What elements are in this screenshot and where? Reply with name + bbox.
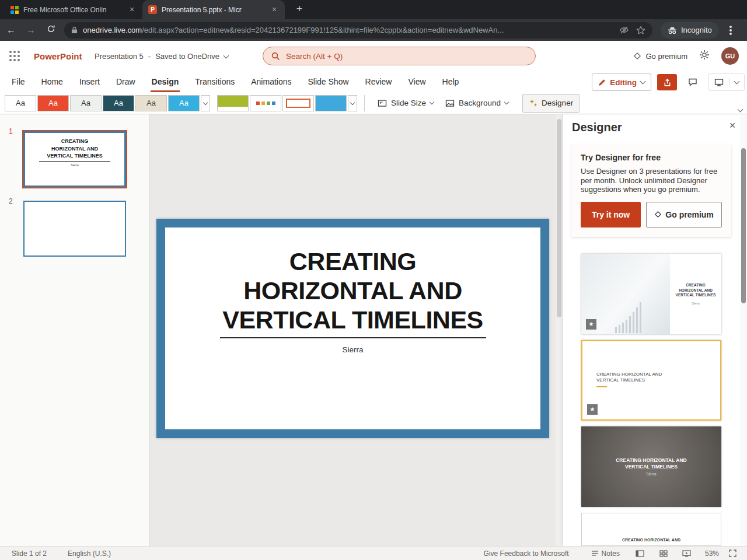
app-header: PowerPoint Presentation 5 - Saved to One… bbox=[0, 41, 747, 71]
slide-canvas[interactable]: CREATING HORIZONTAL AND VERTICAL TIMELIN… bbox=[156, 219, 549, 438]
theme-swatch[interactable]: Aa bbox=[5, 95, 36, 111]
canvas-scrollbar[interactable] bbox=[556, 114, 563, 546]
menu-slide-show[interactable]: Slide Show bbox=[300, 71, 357, 92]
app-launcher-icon[interactable] bbox=[8, 50, 21, 65]
go-premium-button[interactable]: Go premium bbox=[633, 52, 687, 61]
search-input[interactable]: Search (Alt + Q) bbox=[263, 47, 536, 65]
tab-close-icon[interactable]: × bbox=[270, 5, 279, 15]
slide-size-icon bbox=[378, 99, 387, 107]
incognito-icon bbox=[668, 26, 677, 34]
slideshow-view-button[interactable] bbox=[679, 550, 694, 557]
variant-swatch[interactable] bbox=[217, 95, 249, 111]
slide-thumbnails-panel: 1 CREATING HORIZONTAL AND VERTICAL TIMEL… bbox=[0, 114, 149, 546]
browser-tab-presentation[interactable]: P Presentation 5.pptx - Micr × bbox=[142, 0, 285, 19]
theme-swatch[interactable]: Aa bbox=[70, 95, 102, 111]
menu-design[interactable]: Design bbox=[144, 71, 187, 92]
avatar[interactable]: GU bbox=[721, 47, 739, 65]
variant-swatch[interactable] bbox=[250, 95, 281, 111]
try-it-now-button[interactable]: Try it now bbox=[581, 202, 641, 228]
menu-review[interactable]: Review bbox=[357, 71, 400, 92]
menu-transitions[interactable]: Transitions bbox=[187, 71, 243, 92]
share-button[interactable] bbox=[657, 74, 677, 90]
menu-insert[interactable]: Insert bbox=[71, 71, 108, 92]
editing-mode-button[interactable]: Editing bbox=[592, 74, 651, 91]
slide-2-thumbnail[interactable] bbox=[23, 201, 126, 257]
tab-close-icon[interactable]: × bbox=[127, 5, 137, 15]
theme-gallery-expand-button[interactable] bbox=[201, 95, 210, 111]
theme-swatch[interactable]: Aa bbox=[168, 95, 200, 111]
menu-bar: File Home Insert Draw Design Transitions… bbox=[0, 71, 747, 92]
theme-swatch[interactable]: Aa bbox=[37, 95, 69, 111]
powerpoint-favicon-icon: P bbox=[148, 5, 157, 14]
chevron-down-icon bbox=[224, 52, 229, 58]
format-background-button[interactable]: Background bbox=[439, 94, 514, 112]
back-icon[interactable]: ← bbox=[2, 25, 20, 36]
menu-home[interactable]: Home bbox=[33, 71, 71, 92]
settings-gear-icon[interactable] bbox=[699, 50, 710, 62]
reload-icon[interactable] bbox=[42, 24, 60, 36]
notes-toggle[interactable]: Notes bbox=[591, 550, 620, 558]
status-bar: Slide 1 of 2 English (U.S.) Give Feedbac… bbox=[0, 546, 747, 560]
variant-swatch[interactable] bbox=[282, 95, 314, 111]
collapse-ribbon-icon[interactable] bbox=[738, 107, 743, 113]
promo-heading: Try Designer for free bbox=[581, 153, 722, 162]
comments-button[interactable] bbox=[683, 74, 703, 90]
language-selector[interactable]: English (U.S.) bbox=[68, 550, 111, 558]
slide-1-thumbnail[interactable]: CREATING HORIZONTAL AND VERTICAL TIMELIN… bbox=[22, 130, 127, 188]
slide-size-button[interactable]: Slide Size bbox=[372, 94, 439, 112]
menu-view[interactable]: View bbox=[400, 71, 434, 92]
notes-icon bbox=[591, 550, 599, 556]
menu-draw[interactable]: Draw bbox=[108, 71, 144, 92]
background-icon bbox=[445, 99, 455, 107]
go-premium-button[interactable]: Go premium bbox=[646, 202, 722, 228]
give-feedback-button[interactable]: Give Feedback to Microsoft bbox=[484, 550, 569, 558]
bookmark-star-icon[interactable] bbox=[636, 26, 645, 35]
address-bar[interactable]: onedrive.live.com/edit.aspx?action=editn… bbox=[64, 22, 652, 38]
menu-file[interactable]: File bbox=[4, 71, 33, 92]
design-suggestion-4[interactable]: CREATING HORIZONTAL AND bbox=[581, 513, 721, 546]
new-tab-button[interactable]: + bbox=[293, 3, 306, 15]
editing-canvas: CREATING HORIZONTAL AND VERTICAL TIMELIN… bbox=[149, 114, 563, 546]
theme-swatch[interactable]: Aa bbox=[103, 95, 134, 111]
designer-button[interactable]: Designer bbox=[522, 94, 580, 113]
promo-body: Use Designer on 3 presentations for free… bbox=[581, 167, 722, 194]
designer-pane-scrollbar[interactable] bbox=[740, 114, 747, 546]
saved-status[interactable]: Saved to OneDrive bbox=[155, 52, 219, 61]
chevron-down-icon[interactable] bbox=[734, 79, 740, 85]
variant-swatch[interactable] bbox=[315, 95, 347, 111]
slide-title-textbox[interactable]: CREATING HORIZONTAL AND VERTICAL TIMELIN… bbox=[165, 247, 540, 334]
present-display-icon bbox=[714, 78, 724, 87]
search-placeholder: Search (Alt + Q) bbox=[286, 52, 343, 61]
present-button[interactable] bbox=[708, 74, 745, 91]
eye-off-icon[interactable] bbox=[619, 25, 629, 35]
premium-star-badge-icon: ★ bbox=[587, 404, 598, 415]
menu-help[interactable]: Help bbox=[434, 71, 467, 92]
normal-view-button[interactable] bbox=[633, 550, 648, 557]
browser-tab-office[interactable]: Free Microsoft Office Onlin × bbox=[5, 0, 142, 19]
slide-subtitle-textbox[interactable]: Sierra bbox=[165, 345, 540, 354]
designer-sparkle-icon bbox=[529, 99, 537, 107]
theme-swatch[interactable]: Aa bbox=[135, 95, 167, 111]
forward-icon[interactable]: → bbox=[22, 25, 40, 36]
design-suggestion-1[interactable]: CREATING HORIZONTAL AND VERTICAL TIMELIN… bbox=[581, 254, 721, 334]
slide-sorter-view-button[interactable] bbox=[656, 550, 671, 557]
fit-to-window-icon[interactable] bbox=[725, 550, 740, 557]
document-title[interactable]: Presentation 5 bbox=[95, 52, 144, 61]
zoom-level[interactable]: 53% bbox=[705, 550, 719, 558]
close-icon[interactable]: × bbox=[726, 119, 739, 132]
comment-icon bbox=[688, 78, 697, 87]
design-suggestion-3[interactable]: CREATING HORIZONTAL AND VERTICAL TIMELIN… bbox=[581, 426, 721, 507]
browser-toolbar: ← → onedrive.live.com/edit.aspx?action=e… bbox=[0, 19, 747, 41]
menu-animations[interactable]: Animations bbox=[243, 71, 299, 92]
slide-counter: Slide 1 of 2 bbox=[12, 550, 47, 558]
incognito-label: Incognito bbox=[681, 26, 712, 34]
document-info: Presentation 5 - Saved to OneDrive bbox=[95, 52, 228, 61]
tab-title: Free Microsoft Office Onlin bbox=[23, 6, 123, 14]
browser-tab-strip: Free Microsoft Office Onlin × P Presenta… bbox=[0, 0, 747, 19]
browser-menu-icon[interactable] bbox=[729, 29, 732, 32]
scrollbar-thumb[interactable] bbox=[741, 148, 746, 303]
scrollbar-thumb[interactable] bbox=[557, 119, 561, 317]
theme-gallery: Aa Aa Aa Aa Aa Aa bbox=[5, 95, 210, 111]
design-suggestion-2[interactable]: CREATING HORIZONTAL AND VERTICAL TIMELIN… bbox=[581, 340, 721, 421]
variant-gallery-expand-button[interactable] bbox=[348, 95, 357, 111]
